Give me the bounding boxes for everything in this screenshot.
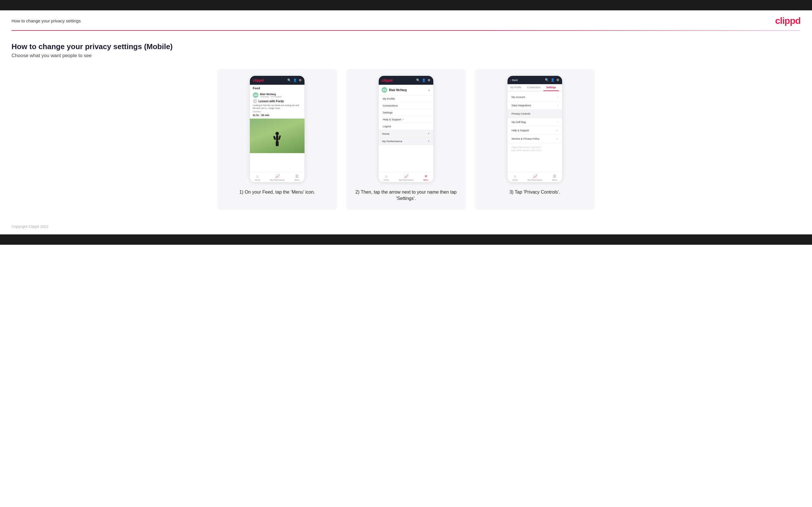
post-username: Blair McHarg [260, 93, 282, 96]
service-privacy-ext-icon: ↗ [556, 137, 558, 140]
nav-home-label: Home [255, 179, 260, 181]
user-icon-3: 👤 [551, 78, 555, 82]
dropdown-avatar: BM [382, 87, 387, 93]
duration-label: Duration [253, 110, 302, 113]
performance-icon-3: 📈 [533, 174, 538, 178]
menu-my-performance: My Performance ▼ [379, 137, 433, 145]
chevron-down-icon-2: ▼ [427, 140, 430, 143]
home-icon-2: ⌂ [385, 174, 387, 178]
step-2-card: clippd 🔍 👤 ⚙ BM Blair McHarg ▲ [346, 69, 466, 210]
nav2-performance: 📈 My Performance [399, 174, 413, 181]
close-icon: ✕ [424, 174, 427, 178]
top-bar [0, 0, 812, 10]
settings-data-integrations: Data Integrations › [507, 101, 562, 110]
header: How to change your privacy settings clip… [0, 10, 812, 30]
phone3-bottom-nav: ⌂ Home 📈 My Performance ☰ Menu [507, 172, 562, 182]
lesson-title: Lesson with Fordy [258, 100, 284, 103]
dropdown-panel: BM Blair McHarg ▲ My Profile Connections… [379, 85, 433, 130]
svg-rect-1 [276, 135, 278, 141]
menu-home: Home ▼ [379, 130, 433, 137]
svg-point-0 [275, 132, 279, 135]
settings-icon-2: ⚙ [427, 78, 430, 82]
step-1-card: clippd 🔍 👤 ⚙ Feed BM Blair McHarg [217, 69, 338, 210]
nav-menu-label: Menu [295, 179, 300, 181]
nav3-menu-label: Menu [552, 179, 557, 181]
tab-settings: Settings [544, 84, 559, 91]
search-icon: 🔍 [287, 78, 291, 82]
menu-icon-3: ☰ [553, 174, 556, 178]
step2-caption: 2) Then, tap the arrow next to your name… [351, 189, 461, 202]
page-heading: How to change your privacy settings (Mob… [11, 42, 801, 51]
avatar: BM [253, 92, 258, 98]
phone2-icons: 🔍 👤 ⚙ [416, 78, 430, 82]
phone-3-mockup: ‹ Back 🔍 👤 ⚙ My Profile Connections Sett… [507, 76, 562, 182]
phone3-icons: 🔍 👤 ⚙ [545, 78, 559, 82]
nav3-menu: ☰ Menu [552, 174, 557, 181]
menu-home-label: Home [382, 132, 389, 135]
home-icon-3: ⌂ [514, 174, 516, 178]
privacy-controls-label: Privacy Controls [511, 112, 530, 115]
nav-menu: ☰ Menu [295, 174, 300, 181]
copyright: Copyright Clippd 2022 [11, 224, 49, 229]
phone2-logo: clippd [382, 78, 393, 82]
dropdown-user-row: BM Blair McHarg ▲ [379, 85, 433, 95]
duration-value: 01 hr : 30 min [253, 114, 302, 117]
tab-my-profile: My Profile [507, 84, 524, 91]
nav2-menu-label: Menu [423, 179, 428, 181]
phone2-bottom-nav: ⌂ Home 📈 My Performance ✕ Menu [379, 172, 433, 182]
phone1-bottom-nav: ⌂ Home 📈 My Performance ☰ Menu [250, 172, 305, 182]
version-info: Clippd Client Version: 2022.8.3-3GQL Ser… [507, 143, 562, 155]
step3-caption: 3) Tap ‘Privacy Controls’. [509, 189, 560, 195]
nav3-performance: 📈 My Performance [527, 174, 542, 181]
nav2-home-label: Home [384, 179, 389, 181]
home-icon: ⌂ [256, 174, 258, 178]
post-user-row: BM Blair McHarg Yesterday · Sunningdale [253, 92, 302, 98]
phone-1-mockup: clippd 🔍 👤 ⚙ Feed BM Blair McHarg [250, 76, 305, 182]
privacy-controls-chevron: › [557, 112, 558, 115]
phone1-header: clippd 🔍 👤 ⚙ [250, 76, 305, 85]
user-icon-2: 👤 [422, 78, 426, 82]
dropdown-username: Blair McHarg [389, 89, 407, 92]
dropdown-connections: Connections [379, 102, 433, 109]
feed-post: BM Blair McHarg Yesterday · Sunningdale … [250, 91, 305, 119]
svg-rect-4 [276, 141, 277, 146]
service-privacy-label: Service & Privacy Policy [511, 137, 540, 140]
settings-icon: ⚙ [299, 78, 302, 82]
page-subheading: Choose what you want people to see [11, 53, 801, 59]
svg-rect-2 [273, 135, 276, 140]
settings-list: My Account › Data Integrations › Privacy… [507, 91, 562, 157]
nav3-home-label: Home [512, 179, 518, 181]
settings-privacy-controls: Privacy Controls › [507, 110, 562, 118]
settings-help-support: Help & Support ↗ [507, 126, 562, 135]
svg-rect-5 [277, 141, 278, 146]
settings-service-privacy: Service & Privacy Policy ↗ [507, 135, 562, 143]
nav-performance-label: My Performance [270, 179, 285, 181]
phone2-header: clippd 🔍 👤 ⚙ [379, 76, 433, 85]
header-title: How to change your privacy settings [11, 18, 81, 23]
search-icon-2: 🔍 [416, 78, 420, 82]
settings-tabs: My Profile Connections Settings [507, 84, 562, 91]
my-account-chevron: › [557, 96, 558, 99]
performance-icon: 📈 [275, 174, 280, 178]
help-support-label: Help & Support [511, 129, 529, 132]
user-icon: 👤 [293, 78, 297, 82]
steps-row: clippd 🔍 👤 ⚙ Feed BM Blair McHarg [11, 69, 801, 210]
nav-performance: 📈 My Performance [270, 174, 285, 181]
menu-performance-label: My Performance [382, 139, 402, 143]
nav-home: ⌂ Home [255, 174, 260, 181]
nav3-home: ⌂ Home [512, 174, 518, 181]
feed-label: Feed [250, 85, 305, 91]
phone3-header: ‹ Back 🔍 👤 ⚙ [507, 76, 562, 84]
phone1-icons: 🔍 👤 ⚙ [287, 78, 302, 82]
dropdown-help-support: Help & Support [379, 116, 433, 123]
tab-connections: Connections [524, 84, 544, 91]
back-button: ‹ Back [510, 79, 518, 81]
nav2-performance-label: My Performance [399, 179, 413, 181]
help-support-ext-icon: ↗ [556, 129, 558, 132]
dropdown-chevron-up: ▲ [428, 89, 430, 91]
search-icon-3: 🔍 [545, 78, 549, 82]
performance-icon-2: 📈 [404, 174, 409, 178]
bottom-bar [0, 234, 812, 245]
golfer-svg [270, 131, 284, 151]
settings-my-account: My Account › [507, 93, 562, 101]
